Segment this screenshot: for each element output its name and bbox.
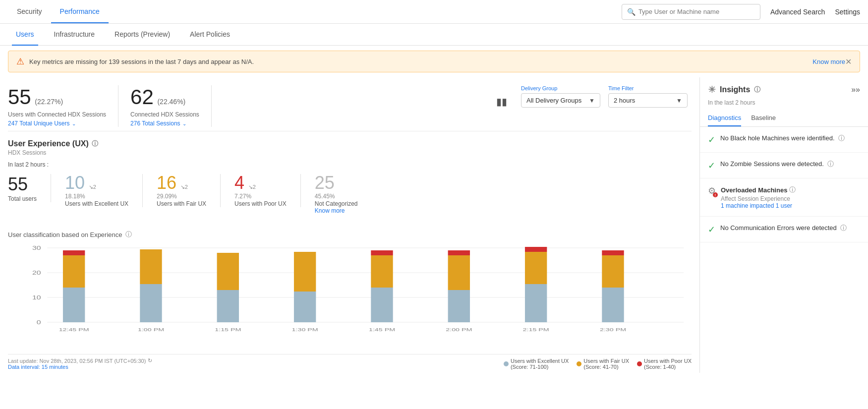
svg-rect-30 [525,252,547,284]
overloaded-detail-link[interactable]: 1 machine impacted 1 user [721,202,796,209]
ux-metric-fair: 16 ↘2 29.09% Users with Fair UX [157,174,221,207]
warning-icon: ⚠ [16,56,24,67]
svg-rect-23 [371,250,393,255]
data-interval-link[interactable]: Data interval: 15 minutes [8,364,152,370]
sub-tab-reports[interactable]: Reports (Preview) [111,24,174,46]
alert-banner: ⚠ Key metrics are missing for 139 sessio… [8,51,860,72]
svg-rect-18 [294,292,316,322]
blackhole-info-icon[interactable]: ⓘ [838,134,845,142]
delivery-group-filter: Delivery Group All Delivery Groups ▼ [521,85,600,108]
search-input[interactable] [638,8,755,15]
svg-rect-19 [294,252,316,292]
insight-item-blackhole: ✓ No Black hole Machines were identified… [700,127,868,153]
insight-item-overloaded: ⚙ Overloaded Machines ⓘ Affect Session E… [700,178,868,217]
legend-excellent: Users with Excellent UX (Score: 71-100) [504,358,569,370]
chart-info-icon[interactable]: ⓘ [125,230,132,239]
tab-performance[interactable]: Performance [51,0,109,23]
alert-text: Key metrics are missing for 139 sessions… [29,58,810,65]
svg-rect-9 [63,255,85,288]
left-panel: 55 (22.27%) Users with Connected HDX Ses… [0,77,699,373]
know-more-link[interactable]: Know more [812,58,845,65]
stat-sessions: 62 (22.46%) Connected HDX Sessions 276 T… [130,85,212,127]
sub-tab-alert-policies[interactable]: Alert Policies [186,24,234,46]
svg-rect-21 [371,288,393,322]
search-icon: 🔍 [627,8,636,16]
chart-view-icon[interactable]: ▮▮ [496,96,507,108]
total-unique-users-link[interactable]: 247 Total Unique Users ⌄ [8,120,106,127]
insights-items: ✓ No Black hole Machines were identified… [700,127,868,373]
svg-rect-26 [448,255,470,290]
settings-link[interactable]: Settings [835,8,860,16]
expand-panel-button[interactable]: »» [851,85,860,94]
svg-text:2:00 PM: 2:00 PM [446,327,472,333]
advanced-search-link[interactable]: Advanced Search [770,8,825,16]
check-icon-zombie: ✓ [708,160,715,171]
insights-tabs: Diagnostics Baseline [700,110,868,127]
overloaded-icon: ⚙ [708,185,716,196]
chart-section: User classification based on Experience … [8,230,692,373]
refresh-icon[interactable]: ↻ [148,357,152,364]
total-sessions-link[interactable]: 276 Total Sessions ⌄ [130,120,199,127]
svg-rect-8 [63,288,85,322]
check-icon-commerrors: ✓ [708,224,715,235]
chart-area: 30 20 10 0 12:45 PM 1:00 PM [8,243,692,352]
last-update-info: Last update: Nov 28th, 2023, 02:56 PM IS… [8,357,152,370]
svg-rect-12 [140,284,162,322]
stat-users-number: 55 (22.27%) [8,85,106,109]
top-nav-tabs: Security Performance [8,0,109,23]
top-nav-links: Advanced Search Settings [770,8,860,16]
overloaded-info-icon[interactable]: ⓘ [789,185,796,194]
legend-poor-dot [637,361,642,366]
svg-rect-31 [525,247,547,252]
svg-rect-25 [448,290,470,322]
chevron-down-icon-2: ⌄ [182,121,186,126]
svg-text:2:30 PM: 2:30 PM [600,327,626,333]
svg-rect-35 [602,250,624,255]
ux-metrics: 55 Total users 10 ↘2 18.18% Users with E… [8,174,692,214]
ux-time-label: In last 2 hours : [8,161,692,168]
last-update-text: Last update: Nov 28th, 2023, 02:56 PM IS… [8,357,152,364]
svg-rect-13 [140,249,162,284]
search-box: 🔍 [622,4,760,20]
alert-close-button[interactable]: ✕ [845,57,852,66]
svg-rect-34 [602,255,624,288]
insights-title: ☀ Insights ⓘ [708,84,760,95]
chevron-down-icon: ⌄ [72,121,76,126]
tab-security[interactable]: Security [8,0,51,23]
time-filter-dropdown[interactable]: 2 hours ▼ [608,93,688,108]
svg-text:12:45 PM: 12:45 PM [59,327,89,333]
insight-item-commerrors: ✓ No Communication Errors were detected … [700,217,868,242]
ux-title: User Experience (UX) ⓘ [8,139,692,148]
filters-area: ▮▮ Delivery Group All Delivery Groups ▼ … [224,85,692,108]
time-filter: Time Filter 2 hours ▼ [608,85,688,108]
chart-footer: Last update: Nov 28th, 2023, 02:56 PM IS… [8,354,692,373]
ux-info-icon[interactable]: ⓘ [92,139,98,148]
warning-badge [713,192,718,197]
stat-users: 55 (22.27%) Users with Connected HDX Ses… [8,85,118,127]
sub-nav: Users Infrastructure Reports (Preview) A… [0,24,868,46]
insights-tab-baseline[interactable]: Baseline [751,110,776,126]
ux-section: User Experience (UX) ⓘ HDX Sessions In l… [8,131,692,222]
svg-text:0: 0 [37,320,41,325]
svg-text:10: 10 [32,295,41,300]
svg-rect-33 [602,288,624,322]
svg-text:1:00 PM: 1:00 PM [138,327,164,333]
top-nav: Security Performance 🔍 Advanced Search S… [0,0,868,24]
ux-metric-uncategorized: 25 45.45% Not Categorized Know more [315,174,372,214]
check-icon-blackhole: ✓ [708,134,715,145]
zombie-info-icon[interactable]: ⓘ [827,160,834,168]
delivery-group-dropdown[interactable]: All Delivery Groups ▼ [521,93,600,108]
stat-sessions-number: 62 (22.46%) [130,85,199,109]
svg-rect-29 [525,284,547,322]
sub-tab-users[interactable]: Users [12,24,38,46]
ux-metric-total: 55 Total users [8,174,51,202]
sub-tab-infrastructure[interactable]: Infrastructure [50,24,99,46]
insights-info-icon[interactable]: ⓘ [754,85,760,94]
insights-header: ☀ Insights ⓘ »» [700,77,868,99]
svg-rect-27 [448,250,470,255]
commerrors-info-icon[interactable]: ⓘ [840,224,847,232]
know-more-uncategorized-link[interactable]: Know more [315,207,358,214]
insights-tab-diagnostics[interactable]: Diagnostics [708,110,741,126]
main-content: 55 (22.27%) Users with Connected HDX Ses… [0,77,868,373]
stats-row: 55 (22.27%) Users with Connected HDX Ses… [8,77,692,131]
